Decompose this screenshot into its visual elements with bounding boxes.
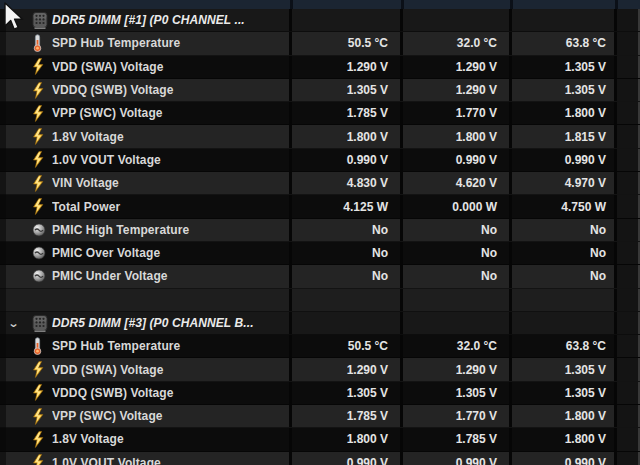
- spacer-row: [0, 289, 640, 312]
- row-icon-cell: [28, 172, 52, 194]
- sensor-value: [403, 9, 512, 31]
- sensor-row[interactable]: VDDQ (SWB) Voltage1.305 V1.305 V1.305 V: [0, 382, 640, 405]
- sensor-value: 1.290 V: [292, 358, 403, 380]
- sensor-label: VPP (SWC) Voltage: [52, 405, 292, 427]
- sensor-value: 1.785 V: [292, 405, 403, 427]
- sensor-value: 1.305 V: [512, 358, 617, 380]
- sensor-row[interactable]: VIN Voltage4.830 V4.620 V4.970 V: [0, 172, 640, 195]
- sensor-label: Total Power: [52, 195, 292, 217]
- row-icon-cell: [28, 358, 52, 380]
- lightning-bolt-icon: [32, 58, 44, 75]
- right-margin-strip: [617, 219, 640, 241]
- sensor-row[interactable]: 1.8V Voltage1.800 V1.800 V1.815 V: [0, 125, 640, 148]
- sensor-row[interactable]: VDDQ (SWB) Voltage1.305 V1.290 V1.305 V: [0, 79, 640, 102]
- row-icon-cell: [28, 32, 52, 54]
- sensor-value: 1.305 V: [512, 382, 617, 404]
- sensor-label: 1.8V Voltage: [52, 125, 292, 147]
- lightning-bolt-icon: [32, 198, 44, 215]
- right-margin-strip: [617, 452, 640, 465]
- row-icon-cell: [28, 102, 52, 124]
- sensor-value: 32.0 °C: [403, 32, 512, 54]
- row-icon-cell: [28, 382, 52, 404]
- sensor-value: [403, 289, 512, 311]
- sensor-value: No: [403, 219, 512, 241]
- sensor-label: VPP (SWC) Voltage: [52, 102, 292, 124]
- column-divider: [510, 0, 513, 9]
- sensor-value: 1.815 V: [512, 125, 617, 147]
- sensor-value: [292, 9, 403, 31]
- right-margin-strip: [617, 242, 640, 264]
- sensor-label: SPD Hub Temperature: [52, 32, 292, 54]
- sensor-row[interactable]: SPD Hub Temperature50.5 °C32.0 °C63.8 °C: [0, 335, 640, 358]
- sensor-row[interactable]: PMIC Under VoltageNoNoNo: [0, 265, 640, 288]
- sensor-value: [512, 9, 617, 31]
- sensor-value: 1.305 V: [292, 79, 403, 101]
- row-icon-cell: [28, 79, 52, 101]
- memory-chip-icon: [32, 12, 48, 29]
- right-margin-strip: [617, 335, 640, 357]
- sensor-value: 1.800 V: [292, 428, 403, 450]
- lightning-bolt-icon: [32, 128, 44, 145]
- sensor-value: No: [512, 219, 617, 241]
- tree-gutter: [0, 0, 6, 465]
- sensor-group-header[interactable]: DDR5 DIMM [#1] (P0 CHANNEL ...: [0, 9, 640, 32]
- column-header-strip: [0, 0, 640, 9]
- sensor-label: VIN Voltage: [52, 172, 292, 194]
- sensor-row[interactable]: VPP (SWC) Voltage1.785 V1.770 V1.800 V: [0, 405, 640, 428]
- sensor-group-header[interactable]: ⌄DDR5 DIMM [#3] (P0 CHANNEL B...: [0, 312, 640, 335]
- right-margin-strip: [617, 289, 640, 311]
- sensor-label: SPD Hub Temperature: [52, 335, 292, 357]
- sensor-row[interactable]: 1.0V VOUT Voltage0.990 V0.990 V0.990 V: [0, 452, 640, 465]
- sensor-label: PMIC Over Voltage: [52, 242, 292, 264]
- sensor-label: VDD (SWA) Voltage: [52, 56, 292, 78]
- sensor-value: 0.990 V: [292, 452, 403, 465]
- sensor-label: VDDQ (SWB) Voltage: [52, 79, 292, 101]
- sensor-value: 1.770 V: [403, 405, 512, 427]
- sensor-row[interactable]: Total Power4.125 W0.000 W4.750 W: [0, 195, 640, 218]
- sensor-row[interactable]: VDD (SWA) Voltage1.290 V1.290 V1.305 V: [0, 358, 640, 381]
- chevron-down-icon[interactable]: ⌄: [8, 317, 20, 330]
- sensor-value: 0.000 W: [403, 195, 512, 217]
- sensor-row[interactable]: PMIC Over VoltageNoNoNo: [0, 242, 640, 265]
- sensor-value: 1.305 V: [292, 382, 403, 404]
- sensor-value: 1.290 V: [403, 56, 512, 78]
- sensor-value: 1.290 V: [403, 358, 512, 380]
- sensor-value: 1.800 V: [512, 102, 617, 124]
- row-icon-cell: [28, 428, 52, 450]
- sensor-row[interactable]: SPD Hub Temperature50.5 °C32.0 °C63.8 °C: [0, 32, 640, 55]
- row-icon-cell: [28, 125, 52, 147]
- lightning-bolt-icon: [32, 82, 44, 99]
- sensor-value: 1.785 V: [292, 102, 403, 124]
- thermometer-icon: [32, 337, 43, 355]
- sensor-label: [52, 289, 292, 311]
- sensor-label: PMIC High Temperature: [52, 219, 292, 241]
- sensor-row[interactable]: PMIC High TemperatureNoNoNo: [0, 219, 640, 242]
- sensor-value: 1.290 V: [292, 56, 403, 78]
- sensor-row[interactable]: VPP (SWC) Voltage1.785 V1.770 V1.800 V: [0, 102, 640, 125]
- right-margin-strip: [617, 312, 640, 334]
- sensor-row[interactable]: VDD (SWA) Voltage1.290 V1.290 V1.305 V: [0, 56, 640, 79]
- lightning-bolt-icon: [32, 454, 44, 465]
- sensor-value: [403, 312, 512, 334]
- sensor-row[interactable]: 1.0V VOUT Voltage0.990 V0.990 V0.990 V: [0, 149, 640, 172]
- right-margin-strip: [617, 102, 640, 124]
- right-margin-strip: [617, 172, 640, 194]
- status-sphere-icon: [32, 223, 46, 237]
- sensor-value: 1.290 V: [403, 79, 512, 101]
- group-title: DDR5 DIMM [#3] (P0 CHANNEL B...: [52, 312, 292, 334]
- sensor-value: No: [512, 242, 617, 264]
- sensor-value: 0.990 V: [292, 149, 403, 171]
- sensor-value: 1.800 V: [512, 428, 617, 450]
- status-sphere-icon: [32, 269, 46, 283]
- sensor-value: 4.125 W: [292, 195, 403, 217]
- row-icon-cell: [28, 405, 52, 427]
- row-icon-cell: [28, 219, 52, 241]
- sensor-value: No: [292, 265, 403, 287]
- sensor-row[interactable]: 1.8V Voltage1.800 V1.785 V1.800 V: [0, 428, 640, 451]
- sensor-value: 1.305 V: [403, 382, 512, 404]
- row-icon-cell: [28, 149, 52, 171]
- sensor-value: 4.970 V: [512, 172, 617, 194]
- lightning-bolt-icon: [32, 105, 44, 122]
- right-margin-strip: [617, 56, 640, 78]
- row-icon-cell: [28, 9, 52, 31]
